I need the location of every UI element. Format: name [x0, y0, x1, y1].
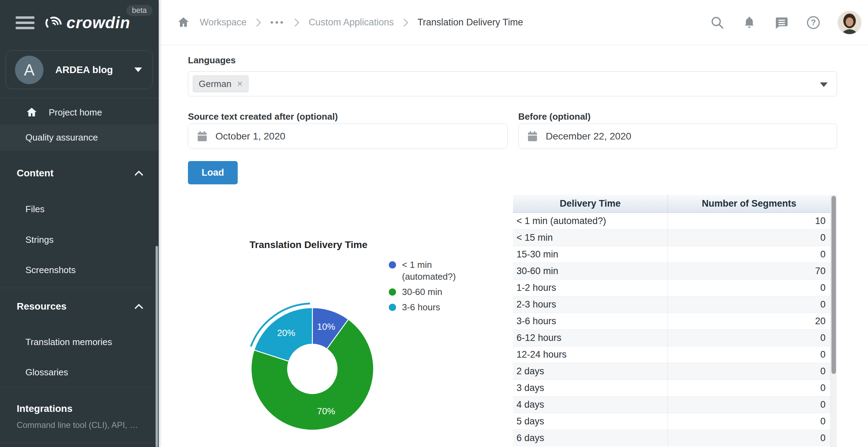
- sidebar: crowdin beta A ARDEA blog Project home Q…: [0, 0, 159, 447]
- sidebar-item-files[interactable]: Files: [0, 200, 159, 218]
- pie-percent-label: 70%: [317, 406, 335, 416]
- sidebar-scrollbar-thumb[interactable]: [156, 246, 158, 447]
- chevron-up-icon: [134, 303, 143, 310]
- messages-chat-icon[interactable]: [774, 15, 789, 30]
- delivery-time-cell: 15-30 min: [513, 246, 668, 263]
- topbar: Workspace ••• Custom Applications Transl…: [159, 0, 868, 45]
- legend-item[interactable]: 30-60 min: [389, 286, 474, 298]
- table-row[interactable]: 2 days0: [513, 363, 830, 380]
- created-after-label: Source text created after (optional): [188, 111, 338, 122]
- user-avatar-image: [838, 11, 861, 34]
- load-button[interactable]: Load: [188, 161, 238, 184]
- breadcrumb: Workspace ••• Custom Applications Transl…: [176, 16, 523, 30]
- languages-select[interactable]: German ×: [188, 71, 837, 96]
- sidebar-section-integrations[interactable]: Integrations: [0, 399, 159, 418]
- sidebar-item-quality-assurance[interactable]: Quality assurance: [0, 125, 159, 150]
- column-header-number-of-segments[interactable]: Number of Segments: [668, 195, 830, 213]
- segments-cell: 0: [668, 413, 830, 430]
- legend-dot-icon: [389, 288, 396, 296]
- segments-cell: 20: [668, 313, 830, 330]
- help-icon[interactable]: ?: [806, 15, 821, 30]
- section-label: Content: [17, 168, 54, 179]
- sidebar-item-strings[interactable]: Strings: [0, 231, 159, 248]
- table-row[interactable]: 5 days0: [513, 413, 830, 430]
- sidebar-section-resources[interactable]: Resources: [0, 297, 159, 316]
- segments-cell: 70: [668, 263, 830, 280]
- sidebar-item-project-home[interactable]: Project home: [0, 100, 159, 125]
- table-scrollbar-thumb[interactable]: [831, 196, 836, 374]
- sidebar-item-translation-memories[interactable]: Translation memories: [0, 333, 159, 351]
- segments-cell: 0: [668, 346, 830, 363]
- page: { "app": { "brand": "crowdin", "beta_bad…: [0, 0, 868, 447]
- delivery-time-cell: 12-24 hours: [513, 346, 668, 363]
- svg-text:?: ?: [811, 18, 816, 27]
- table-row[interactable]: 1-2 hours0: [513, 280, 830, 296]
- results-table: Delivery Time Number of Segments < 1 min…: [513, 195, 837, 447]
- divider: [0, 98, 159, 98]
- sidebar-item-label: Translation memories: [25, 337, 112, 348]
- chevron-down-icon: [134, 67, 142, 72]
- calendar-icon: [527, 131, 538, 142]
- delivery-time-cell: 30-60 min: [513, 263, 668, 280]
- donut-chart[interactable]: 10%70%20%: [242, 298, 383, 439]
- sidebar-item-glossaries[interactable]: Glossaries: [0, 364, 159, 381]
- crowdin-wordmark: crowdin: [66, 13, 130, 32]
- created-after-input[interactable]: October 1, 2020: [188, 123, 508, 149]
- delivery-time-cell: 1-2 hours: [513, 280, 668, 296]
- table-row[interactable]: 6-12 hours0: [513, 330, 830, 346]
- divider: [0, 125, 159, 125]
- legend-dot-icon: [389, 261, 396, 269]
- divider: [0, 288, 159, 288]
- crowdin-logo[interactable]: crowdin: [44, 13, 130, 33]
- legend-label: 3-6 hours: [402, 301, 440, 313]
- table-row[interactable]: 4 days0: [513, 397, 830, 413]
- table-row[interactable]: < 15 min0: [513, 230, 830, 246]
- breadcrumb-workspace[interactable]: Workspace: [200, 17, 247, 28]
- pie-percent-label: 10%: [317, 321, 335, 332]
- language-tag-label: German: [199, 79, 231, 89]
- remove-tag-icon[interactable]: ×: [237, 79, 243, 89]
- integrations-subtitle: Command line tool (CLI), API, …: [0, 420, 159, 435]
- table-row[interactable]: 6 days0: [513, 430, 830, 447]
- table-row[interactable]: < 1 min (automated?)10: [513, 213, 830, 230]
- languages-label: Languages: [188, 55, 236, 66]
- sidebar-item-label: Quality assurance: [25, 132, 98, 143]
- project-switcher[interactable]: A ARDEA blog: [6, 50, 153, 89]
- chevron-right-icon: [256, 18, 261, 27]
- table-row[interactable]: 30-60 min70: [513, 263, 830, 280]
- home-icon: [25, 106, 38, 119]
- segments-cell: 0: [668, 280, 830, 296]
- notifications-bell-icon[interactable]: [742, 15, 757, 30]
- sidebar-item-screenshots[interactable]: Screenshots: [0, 261, 159, 279]
- legend-item[interactable]: < 1 min (automated?): [389, 259, 474, 282]
- legend-item[interactable]: 3-6 hours: [389, 301, 474, 313]
- sidebar-section-content[interactable]: Content: [0, 163, 159, 183]
- breadcrumb-custom-applications[interactable]: Custom Applications: [309, 17, 394, 28]
- table-row[interactable]: 2-3 hours0: [513, 296, 830, 313]
- table-scrollbar-track[interactable]: [830, 195, 837, 447]
- segments-cell: 0: [668, 230, 830, 246]
- pie-percent-label: 20%: [277, 328, 295, 338]
- table-row[interactable]: 15-30 min0: [513, 246, 830, 263]
- column-header-delivery-time[interactable]: Delivery Time: [513, 195, 668, 213]
- before-label: Before (optional): [518, 111, 591, 122]
- delivery-time-cell: < 1 min (automated?): [513, 213, 668, 230]
- chart-legend: < 1 min (automated?) 30-60 min 3-6 hours: [389, 259, 474, 313]
- chevron-right-icon: [294, 18, 300, 27]
- table-row[interactable]: 3 days0: [513, 380, 830, 397]
- menu-hamburger-icon[interactable]: [16, 16, 34, 29]
- table-row[interactable]: 12-24 hours0: [513, 346, 830, 363]
- before-value: December 22, 2020: [546, 131, 631, 142]
- search-icon[interactable]: [710, 15, 725, 30]
- language-tag-german[interactable]: German ×: [193, 75, 248, 92]
- breadcrumb-ellipsis[interactable]: •••: [270, 17, 285, 28]
- table-row[interactable]: 3-6 hours20: [513, 313, 830, 330]
- topbar-icons: ?: [710, 11, 861, 34]
- delivery-time-cell: 3 days: [513, 380, 668, 397]
- segments-cell: 0: [668, 380, 830, 397]
- before-input[interactable]: December 22, 2020: [518, 123, 837, 149]
- user-avatar[interactable]: [838, 11, 861, 34]
- segments-cell: 0: [668, 330, 830, 346]
- home-icon[interactable]: [176, 16, 191, 30]
- legend-dot-icon: [389, 304, 396, 311]
